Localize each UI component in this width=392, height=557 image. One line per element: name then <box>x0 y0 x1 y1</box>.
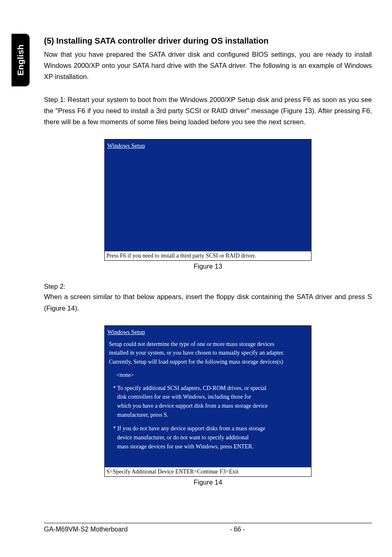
fig14-b1-l3: which you have a device support disk fro… <box>117 402 306 411</box>
footer-page-number: - 66 - <box>103 526 372 533</box>
fig14-b2-l2: device manufacturer, or do not want to s… <box>117 433 306 442</box>
fig14-spacer <box>109 451 306 466</box>
figure-13-caption: Figure 13 <box>44 262 372 270</box>
step-2-label: Step 2: <box>44 283 372 290</box>
figure-13-screen: Windows Setup <box>105 139 311 251</box>
fig14-b1-l4: manufacturer, press S. <box>117 411 306 420</box>
fig14-b2-l3: mass storage devices for use with Window… <box>117 442 306 451</box>
page-footer: GA-M69VM-S2 Motherboard - 66 - <box>44 523 372 533</box>
paragraph-1: Now that you have prepared the SATA driv… <box>44 49 372 83</box>
language-tab: English <box>12 34 30 86</box>
paragraph-2-step1: Step 1: Restart your system to boot from… <box>44 94 372 128</box>
figure-14-caption: Figure 14 <box>44 478 372 486</box>
figure-14-box: Windows Setup Setup could not determine … <box>104 325 311 477</box>
fig14-b1-l2: disk controllers for use with Windows, i… <box>117 392 306 402</box>
figure-13-footer: Press F6 if you need to install a third … <box>105 251 311 260</box>
fig14-none: <none> <box>116 371 306 380</box>
fig14-line3: Currently, Setup will load support for t… <box>109 357 306 367</box>
figure-13-title: Windows Setup <box>107 142 145 149</box>
fig14-line2: installed in your system, or you have ch… <box>109 348 306 357</box>
figure-14-screen: Windows Setup Setup could not determine … <box>105 326 311 468</box>
fig14-b1-l1: * To specify additional SCSI adapters, C… <box>113 384 306 393</box>
figure-14-footer: S=Specify Additional Device ENTER=Contin… <box>105 467 311 476</box>
footer-line: GA-M69VM-S2 Motherboard - 66 - <box>44 523 372 533</box>
figure-14-body: Setup could not determine the type of on… <box>107 337 308 467</box>
figure-14-title: Windows Setup <box>107 329 145 336</box>
page-content: (5) Installing SATA controller driver du… <box>44 36 372 486</box>
fig14-line1: Setup could not determine the type of on… <box>109 340 306 349</box>
section-heading: (5) Installing SATA controller driver du… <box>44 36 372 46</box>
fig14-b2-l1: * If you do not have any device support … <box>113 424 306 433</box>
figure-13-box: Windows Setup Press F6 if you need to in… <box>104 139 311 261</box>
step-2-text: When a screen similar to that below appe… <box>44 291 372 313</box>
language-tab-label: English <box>16 44 25 76</box>
figure-13-blank-area <box>107 151 308 251</box>
